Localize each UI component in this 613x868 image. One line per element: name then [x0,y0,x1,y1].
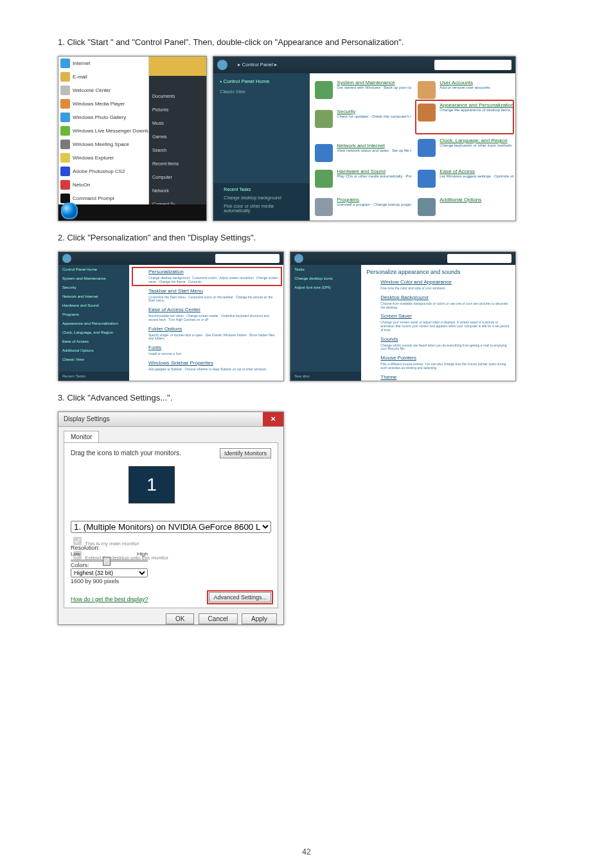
start-menu-right-item[interactable]: Games [148,130,206,143]
start-menu-item[interactable]: Windows Meeting Space [58,138,148,151]
breadcrumb: ▸ Control Panel ▸ [238,62,277,68]
step-1-text: 1. Click "Start " and "Control Panel". T… [58,37,555,47]
category-link[interactable]: Taskbar and Start Menu [148,288,278,294]
monitor-select[interactable]: 1. (Multiple Monitors) on NVIDIA GeForce… [71,521,271,533]
sidebar-item[interactable]: Ease of Access [58,337,129,346]
category-icon [315,144,333,162]
sidebar: TasksChange desktop iconsAdjust font siz… [290,265,361,381]
category-link[interactable]: Theme [380,374,510,380]
sidebar-item[interactable]: Clock, Language, and Region [58,328,129,337]
sidebar-item[interactable]: Adjust font size (DPI) [290,283,361,292]
sidebar-item[interactable]: Tasks [290,265,361,274]
search-input[interactable] [434,60,511,70]
ok-button[interactable]: OK [166,613,194,624]
back-icon[interactable] [217,60,227,70]
start-menu-right-item[interactable]: Recent Items [148,157,206,170]
category-ease-of-access[interactable]: Ease of AccessLet Windows suggest settin… [418,168,514,178]
start-menu-right-item[interactable]: Computer [148,170,206,184]
cancel-button[interactable]: Cancel [199,613,238,624]
back-icon[interactable] [62,254,71,263]
category-link[interactable]: Windows Sidebar Properties [148,360,278,366]
category-link[interactable]: Sounds [380,336,510,342]
sidebar-item[interactable]: Security [58,283,129,292]
start-menu-item[interactable]: Windows Explorer [58,151,148,165]
category-link[interactable]: Mouse Pointers [380,355,510,361]
recent-task-item[interactable]: Pick color or other media automatically [217,204,306,217]
start-orb-icon[interactable] [61,203,78,219]
category-additional-options[interactable]: Additional Options [418,197,514,203]
sidebar-item[interactable]: Network and Internet [58,292,129,301]
start-menu-item[interactable]: Internet [58,57,148,70]
sidebar-item[interactable]: Control Panel Home [58,265,129,274]
start-menu-right-item[interactable]: Search [148,143,206,157]
category-link[interactable]: Fonts [148,345,278,350]
category-icon [315,198,333,216]
colors-select[interactable]: Highest (32 bit) [71,568,148,577]
monitor-icon[interactable]: 1 [129,466,175,503]
category-link[interactable]: Desktop Background [380,294,510,300]
start-menu-right-item[interactable]: Pictures [148,103,206,116]
program-icon [60,194,70,203]
taskbar [58,204,206,221]
category-clock-language-and-region[interactable]: Clock, Language, and RegionChange keyboa… [418,138,514,147]
resolution-slider[interactable] [71,559,148,562]
sidebar-home[interactable]: • Control Panel Home [213,73,310,89]
start-menu-item[interactable]: Welcome Center [58,84,148,97]
category-desc: Install or remove a font [148,352,278,356]
start-menu-item[interactable]: Windows Live Messenger Download [58,124,148,138]
sidebar-item[interactable]: Additional Options [58,346,129,355]
start-menu-right-item[interactable] [148,76,206,89]
category-user-accounts[interactable]: User AccountsAdd or remove user accounts [418,80,514,89]
start-menu-item[interactable]: NetoOn [58,178,148,192]
category-hardware-and-sound[interactable]: Hardware and SoundPlay CDs or other medi… [315,168,411,178]
sidebar-item[interactable]: Classic View [58,355,129,364]
close-icon[interactable]: ✕ [263,412,283,426]
category-desc: Specify single- or double-click to open … [148,334,278,341]
category-link[interactable]: Screen Saver [380,313,510,319]
category-link[interactable]: Window Color and Appearance [380,279,510,285]
tab-monitor[interactable]: Monitor [64,431,99,442]
recent-tasks-header: Recent Tasks [217,187,306,195]
category-desc: Pick a different mouse pointer. You can … [380,363,510,370]
apply-button[interactable]: Apply [242,613,277,624]
advanced-settings-button[interactable]: Advanced Settings... [209,592,271,602]
control-panel-main: System and MaintenanceGet started with W… [310,73,515,221]
category-icon [418,170,436,188]
resolution-label: Resolution: [71,545,173,551]
back-icon[interactable] [294,254,303,263]
start-menu-item[interactable]: Windows Photo Gallery [58,111,148,124]
start-menu-item[interactable]: E-mail [58,70,148,84]
sidebar-item[interactable]: Appearance and Personalization [58,319,129,328]
sidebar-classic[interactable]: Classic View [213,89,310,98]
sidebar-item[interactable]: System and Maintenance [58,274,129,283]
start-menu-right-item[interactable]: Network [148,184,206,197]
search-input[interactable] [215,254,280,263]
category-desc: Change your screen saver or adjust when … [380,321,510,332]
identify-monitors-button[interactable]: Identify Monitors [220,448,271,458]
page-title: Personalize appearance and sounds [366,269,510,275]
start-menu-item[interactable]: Adobe Photoshop CS2 [58,165,148,178]
sidebar-item[interactable]: Programs [58,310,129,319]
category-link[interactable]: Folder Options [148,326,278,332]
sidebar-item[interactable]: Hardware and Sound [58,301,129,310]
screenshot-display-settings: Display Settings ✕ Monitor Drag the icon… [58,411,284,625]
search-input[interactable] [447,254,511,263]
program-icon [60,113,70,122]
category-system-and-maintenance[interactable]: System and MaintenanceGet started with W… [315,80,411,89]
recent-task-item[interactable]: Change desktop background [217,195,306,204]
category-network-and-internet[interactable]: Network and InternetView network status … [315,143,411,152]
start-menu-right-item[interactable]: Music [148,116,206,130]
category-security[interactable]: SecurityCheck for updates · Check this c… [315,109,411,118]
category-link[interactable]: Ease of Access Center [148,307,278,312]
program-icon [60,180,70,190]
category-icon [418,81,436,99]
program-icon [60,167,70,176]
category-programs[interactable]: ProgramsUninstall a program · Change sta… [315,197,411,206]
best-display-link[interactable]: How do I get the best display? [71,596,148,602]
program-icon [60,140,70,149]
start-menu-right-item[interactable]: Documents [148,89,206,103]
sidebar-item[interactable]: Change desktop icons [290,274,361,283]
colors-label: Colors: [71,562,173,568]
step-2-text: 2. Click "Personalization" and then "Dis… [58,233,555,242]
start-menu-item[interactable]: Windows Media Player [58,97,148,111]
